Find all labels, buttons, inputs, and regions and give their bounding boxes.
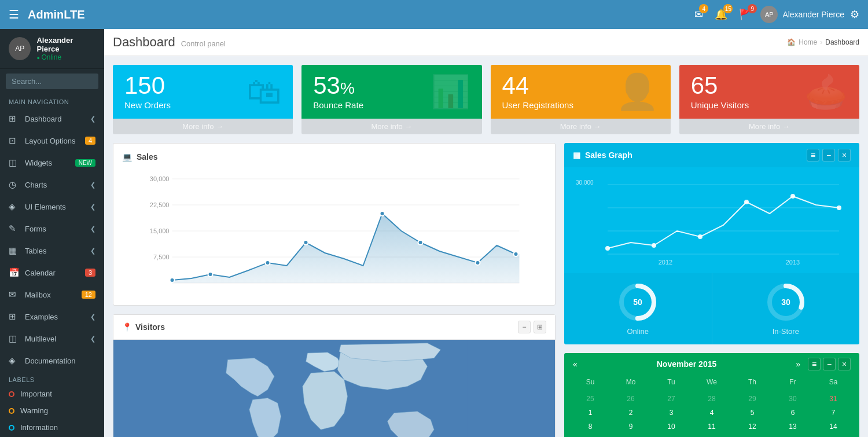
sidebar-item-mailbox[interactable]: ✉ Mailbox 12 [0,284,104,306]
visitors-expand-button[interactable]: ⊞ [534,321,546,333]
flag-button[interactable]: 🚩 9 [736,5,755,24]
svg-text:22,500: 22,500 [150,201,170,208]
sg-close-button[interactable]: × [838,149,851,161]
chevron-icon: ❮ [90,335,95,343]
sales-graph-chart-area: 30,000 [564,167,859,273]
app-brand: AdminLTE [28,8,85,21]
orders-more-info[interactable]: More info → [113,119,293,134]
breadcrumb: 🏠 Home › Dashboard [787,38,859,46]
calendar-day[interactable]: 14 [813,420,854,434]
calendar-day[interactable]: 27 [651,392,692,406]
breadcrumb-icon: 🏠 [787,38,796,46]
bell-badge: 15 [723,4,733,13]
sidebar-item-layout[interactable]: ⊡ Layout Options 4 [0,130,104,152]
calendar-day[interactable]: 3 [651,406,692,420]
user-name: Alexander Pierce [782,10,844,19]
calendar-day[interactable]: 19 [732,434,773,437]
mail-button[interactable]: ✉ 4 [692,5,706,24]
label-important-text: Important [20,390,52,398]
calendar-menu-button[interactable]: ≡ [808,358,821,370]
sales-graph-header: ▦ Sales Graph ≡ − × [564,143,859,167]
visitors-minimize-button[interactable]: − [518,321,531,333]
settings-icon[interactable]: ⚙ [850,8,859,21]
calendar-day[interactable]: 7 [813,406,854,420]
info-box-bounce-top: 53% Bounce Rate 📊 [301,65,481,119]
calendar-day[interactable]: 10 [651,420,692,434]
calendar-day[interactable]: 30 [773,392,813,406]
label-important[interactable]: Important [0,385,104,402]
widgets-badge: NEW [75,159,95,167]
calendar-next-button[interactable]: » [796,359,800,369]
sidebar-item-multilevel[interactable]: ◫ Multilevel ❮ [0,328,104,350]
sg-menu-button[interactable]: ≡ [807,149,819,161]
left-column: 💻 Sales 30,000 22,500 [113,143,556,437]
sidebar-item-charts[interactable]: ◷ Charts ❮ [0,174,104,196]
dashboard-icon: ⊞ [9,113,20,124]
calendar-day[interactable]: 11 [692,420,732,434]
svg-text:30,000: 30,000 [150,175,170,182]
calendar-day[interactable]: 31 [813,392,854,406]
calendar-day[interactable]: 8 [570,420,610,434]
calendar-day[interactable]: 18 [692,434,732,437]
calendar-prev-button[interactable]: « [573,359,578,369]
calendar-day[interactable]: 29 [732,392,773,406]
orders-label: New Orders [124,100,171,110]
visitors-title: 📍 Visitors [122,322,165,332]
label-warning[interactable]: Warning [0,402,104,419]
sg-minimize-button[interactable]: − [822,149,835,161]
search-input[interactable] [6,74,98,89]
calendar-day[interactable]: 25 [570,392,610,406]
calendar-day[interactable]: 9 [610,420,651,434]
sidebar-item-widgets[interactable]: ◫ Widgets NEW [0,152,104,174]
svg-text:30,000: 30,000 [576,179,594,186]
reg-more-info[interactable]: More info → [491,119,671,134]
stats-row: 50 Online 30 In-Store [564,273,859,344]
calendar-day[interactable]: 4 [692,406,732,420]
calendar-day[interactable]: 6 [773,406,813,420]
sidebar-user-info: Alexander Pierce Online [36,36,95,61]
calendar-day[interactable]: 15 [570,434,610,437]
vis-more-info[interactable]: More info → [679,119,859,134]
bell-button[interactable]: 🔔 15 [712,5,730,24]
sidebar-item-dashboard[interactable]: ⊞ Dashboard ❮ [0,108,104,130]
calendar-day[interactable]: 17 [651,434,692,437]
weekday-fr: Fr [773,375,813,389]
calendar-day[interactable]: 5 [732,406,773,420]
arrow-right-icon: → [404,122,412,131]
weekday-th: Th [732,375,773,389]
calendar-day[interactable]: 1 [570,406,610,420]
calendar-day[interactable]: 2 [610,406,651,420]
label-information[interactable]: Information [0,419,104,436]
calendar-close-button[interactable]: × [838,358,851,370]
info-box-reg-text: 44 User Registrations [502,74,573,110]
sidebar-toggle-button[interactable]: ☰ [9,8,19,21]
bounce-more-info[interactable]: More info → [301,119,481,134]
page-subtitle: Control panel [181,39,226,48]
sidebar-item-forms[interactable]: ✎ Forms ❮ [0,218,104,240]
weekday-tu: Tu [651,375,692,389]
calendar-day[interactable]: 26 [610,392,651,406]
breadcrumb-home[interactable]: Home [799,38,817,46]
sidebar-item-docs[interactable]: ◈ Documentation [0,350,104,372]
brand-suffix: LTE [64,8,84,21]
mailbox-icon: ✉ [9,289,20,300]
calendar-day[interactable]: 20 [773,434,813,437]
sidebar-user-name: Alexander Pierce [36,36,95,53]
calendar-minimize-button[interactable]: − [823,358,836,370]
reg-number: 44 [502,74,573,98]
calendar-day[interactable]: 28 [692,392,732,406]
stat-instore: 30 In-Store [712,273,860,344]
sidebar-item-tables[interactable]: ▦ Tables ❮ [0,240,104,262]
brand-prefix: Admin [28,8,64,21]
calendar-day[interactable]: 21 [813,434,854,437]
calendar-day[interactable]: 12 [732,420,773,434]
user-menu-button[interactable]: AP Alexander Pierce [760,6,844,23]
examples-icon: ⊞ [9,311,20,322]
calendar-panel: « November 2015 » ≡ − × [564,353,859,437]
mailbox-badge: 12 [82,291,95,299]
sidebar-item-calendar[interactable]: 📅 Calendar 3 [0,262,104,284]
sidebar-item-examples[interactable]: ⊞ Examples ❮ [0,306,104,328]
sidebar-item-ui[interactable]: ◈ UI Elements ❮ [0,196,104,218]
calendar-day[interactable]: 13 [773,420,813,434]
calendar-day[interactable]: 16 [610,434,651,437]
